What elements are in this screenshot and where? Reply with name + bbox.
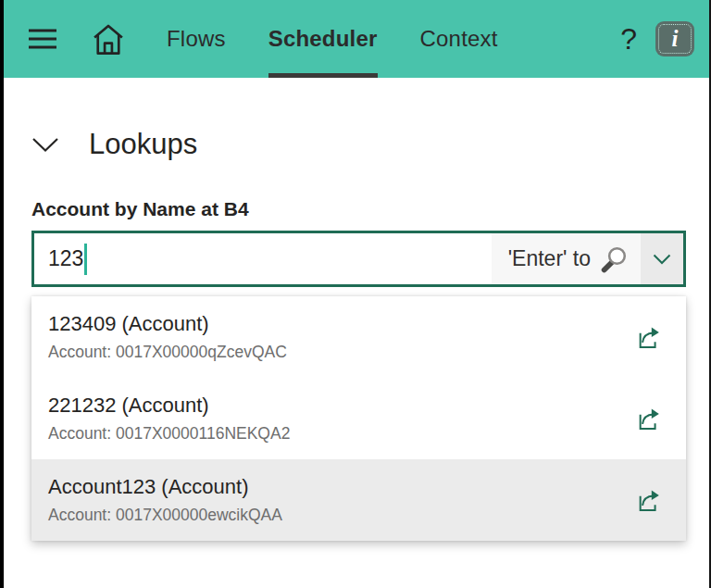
info-icon[interactable]: i [655,21,694,56]
section-title: Lookups [89,128,197,161]
share-arrow-icon[interactable] [633,404,664,434]
result-row[interactable]: 221232 (Account) Account: 0017X0000116NE… [31,378,686,459]
home-icon[interactable] [91,22,126,56]
result-text: Account123 (Account) Account: 0017X00000… [48,475,633,525]
result-title: 123409 (Account) [48,312,633,336]
lookup-search-input[interactable]: 123 [34,233,492,284]
result-subtitle: Account: 0017X0000116NEKQA2 [48,424,633,444]
dropdown-toggle-button[interactable] [641,233,683,284]
tab-scheduler[interactable]: Scheduler [268,0,378,78]
result-subtitle: Account: 0017X00000ewcikQAA [48,506,633,525]
addin-window: Flows Scheduler Context ? i Lookups Acco… [0,0,711,588]
lookup-field-label: Account by Name at B4 [31,198,681,220]
command-bar: Flows Scheduler Context ? i [4,0,709,78]
tab-bar: Flows Scheduler Context [167,0,498,78]
result-row[interactable]: Account123 (Account) Account: 0017X00000… [31,459,686,541]
text-caret [84,244,87,275]
chevron-down-icon [31,137,59,153]
hint-text: 'Enter' to [508,246,591,271]
result-title: Account123 (Account) [48,475,633,499]
header-actions: ? i [620,21,694,56]
result-text: 123409 (Account) Account: 0017X00000qZce… [48,312,633,362]
tab-context[interactable]: Context [420,0,498,78]
search-icon [600,245,628,273]
enter-to-search-hint: 'Enter' to [492,233,641,284]
lookup-input-value: 123 [48,246,83,271]
result-row[interactable]: 123409 (Account) Account: 0017X00000qZce… [31,296,686,378]
lookup-combobox: 123 'Enter' to [31,231,686,287]
result-subtitle: Account: 0017X00000qZcevQAC [48,343,633,362]
hamburger-menu-icon[interactable] [28,27,57,51]
panel-content: Lookups Account by Name at B4 123 'Enter… [4,128,709,541]
result-text: 221232 (Account) Account: 0017X0000116NE… [48,394,633,444]
help-icon[interactable]: ? [620,24,637,54]
share-arrow-icon[interactable] [633,485,664,516]
lookups-section-toggle[interactable]: Lookups [31,128,681,161]
lookup-results-dropdown: 123409 (Account) Account: 0017X00000qZce… [31,296,686,541]
result-title: 221232 (Account) [48,394,633,418]
tab-flows[interactable]: Flows [167,0,226,78]
share-arrow-icon[interactable] [633,322,664,353]
